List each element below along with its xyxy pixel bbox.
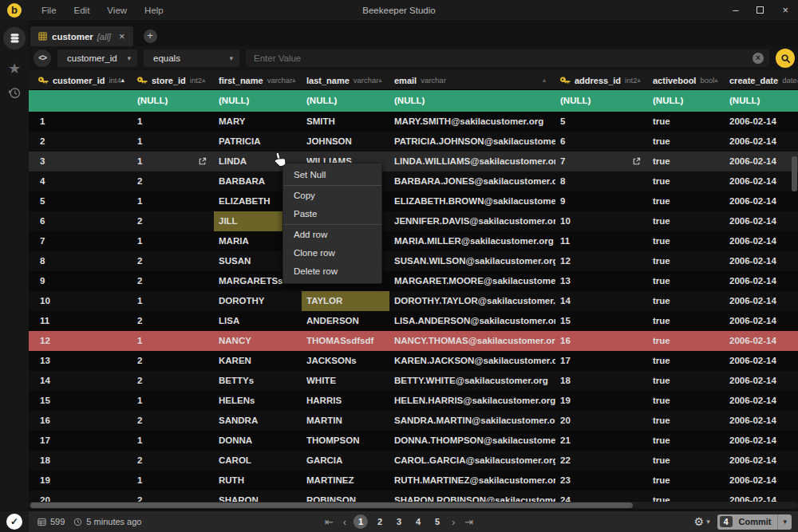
close-button[interactable]: ×	[782, 0, 788, 20]
cell[interactable]: 11	[29, 311, 132, 331]
cell[interactable]: 2006-02-14	[725, 171, 798, 191]
sort-arrow-icon[interactable]: ▴	[637, 71, 640, 90]
cell[interactable]: RUTH.MARTINEZ@sakilacustomer.org	[389, 471, 555, 491]
sort-arrow-icon[interactable]: ▴	[121, 71, 124, 90]
cell[interactable]: SMITH	[302, 112, 389, 132]
cell[interactable]: 7	[555, 152, 648, 171]
cell[interactable]: SANDRA	[214, 411, 302, 431]
cell[interactable]: 18	[555, 371, 648, 391]
cell[interactable]: 23	[555, 471, 648, 491]
cell[interactable]: true	[648, 112, 725, 132]
cell[interactable]: true	[648, 351, 725, 371]
cell[interactable]: 16	[29, 411, 132, 431]
sort-arrow-icon[interactable]: ▴	[379, 71, 382, 90]
table-row[interactable]: 112LISAANDERSONLISA.ANDERSON@sakilacusto…	[29, 311, 798, 331]
cell[interactable]: 2006-02-14	[725, 451, 798, 471]
cell[interactable]: 17	[29, 431, 132, 451]
insert-row-cell[interactable]: (NULL)	[555, 90, 648, 112]
cell[interactable]: 7	[29, 231, 132, 251]
page-button-4[interactable]: 4	[411, 514, 425, 529]
menu-file[interactable]: File	[33, 6, 65, 15]
table-row[interactable]: 191RUTHMARTINEZRUTH.MARTINEZ@sakilacusto…	[29, 471, 798, 491]
context-menu-item-add-row[interactable]: Add row	[283, 226, 381, 244]
context-menu-item-set-null[interactable]: Set Null	[283, 166, 381, 184]
cell[interactable]: 2006-02-14	[725, 271, 798, 291]
cell[interactable]: true	[648, 291, 725, 311]
cell[interactable]: CAROL	[214, 451, 302, 471]
cell[interactable]: true	[648, 451, 725, 471]
cell[interactable]: MARGARET.MOORE@sakilacustomer.org	[389, 271, 555, 291]
table-row[interactable]: 71MARIAMILLERMARIA.MILLER@sakilacustomer…	[29, 231, 798, 251]
apply-filter-button[interactable]	[776, 49, 795, 68]
cell[interactable]: 9	[555, 191, 648, 211]
cell[interactable]: true	[648, 231, 725, 251]
cell[interactable]: 2006-02-14	[725, 152, 798, 171]
commit-button[interactable]: 4 Commit ▾	[717, 514, 792, 530]
cell[interactable]: 2	[132, 271, 214, 291]
cell[interactable]: true	[648, 391, 725, 411]
cell[interactable]: 2006-02-14	[725, 132, 798, 152]
cell[interactable]: JOHNSON	[302, 132, 389, 152]
cell[interactable]: 2006-02-14	[725, 231, 798, 251]
cell[interactable]: 2006-02-14	[725, 411, 798, 431]
cell[interactable]: 14	[29, 371, 132, 391]
cell[interactable]: 2006-02-14	[725, 371, 798, 391]
cell[interactable]: 9	[29, 271, 132, 291]
pending-insert-row[interactable]: (NULL)(NULL)(NULL)(NULL)(NULL)(NULL)(NUL…	[29, 90, 798, 112]
table-row[interactable]: 101DOROTHYTAYLORDOROTHY.TAYLOR@sakilacus…	[29, 291, 798, 311]
cell[interactable]: LISA.ANDERSON@sakilacustomer.org	[389, 311, 555, 331]
cell[interactable]: 2006-02-14	[725, 431, 798, 451]
cell[interactable]: true	[648, 211, 725, 231]
context-menu-item-clone-row[interactable]: Clone row	[283, 244, 381, 262]
cell[interactable]: 3	[29, 152, 132, 171]
cell[interactable]: JENNIFER.DAVIS@sakilacustomer.org	[389, 211, 555, 231]
clear-input-icon[interactable]: ×	[753, 53, 764, 64]
cell[interactable]: MARTIN	[302, 411, 389, 431]
cell[interactable]: true	[648, 152, 725, 171]
cell[interactable]: 10	[29, 291, 132, 311]
sort-arrow-icon[interactable]: ▴	[543, 71, 546, 90]
cell[interactable]: 11	[555, 231, 648, 251]
cell[interactable]: true	[648, 271, 725, 291]
cell[interactable]: 8	[29, 251, 132, 271]
table-row[interactable]: 62JILLDAVISJENNIFER.DAVIS@sakilacustomer…	[29, 211, 798, 231]
cell[interactable]: true	[648, 331, 725, 351]
cell[interactable]: KAREN	[214, 351, 302, 371]
cell[interactable]: 1	[132, 132, 214, 152]
insert-row-cell[interactable]	[29, 90, 132, 112]
new-tab-button[interactable]: +	[144, 30, 157, 43]
cell[interactable]: ANDERSON	[302, 311, 389, 331]
column-header-address_id[interactable]: address_idint2▴	[555, 70, 648, 90]
table-row[interactable]: 11MARYSMITHMARY.SMITH@sakilacustomer.org…	[29, 112, 798, 132]
insert-row-cell[interactable]: (NULL)	[132, 90, 214, 112]
cell[interactable]: 8	[555, 171, 648, 191]
cell[interactable]: 1	[132, 112, 214, 132]
cell[interactable]: 2006-02-14	[725, 391, 798, 411]
cell[interactable]: NANCY.THOMAS@sakilacustomer.org	[389, 331, 555, 351]
cell[interactable]: 12	[555, 251, 648, 271]
cell[interactable]: 1	[29, 112, 132, 132]
menu-edit[interactable]: Edit	[65, 6, 99, 15]
cell[interactable]: 2006-02-14	[725, 351, 798, 371]
cell[interactable]: 10	[555, 211, 648, 231]
context-menu-item-paste[interactable]: Paste	[283, 205, 381, 223]
cell[interactable]: PATRICIA	[214, 132, 302, 152]
tab-close-icon[interactable]: ×	[119, 32, 125, 41]
cell[interactable]: 2	[132, 311, 214, 331]
cell[interactable]: TAYLOR	[302, 291, 389, 311]
filter-operator-select[interactable]: equals ▾	[144, 49, 239, 67]
connection-status-check-icon[interactable]: ✓	[6, 514, 22, 530]
column-header-store_id[interactable]: store_idint2▴	[132, 70, 214, 90]
filter-field-select[interactable]: customer_id ▾	[57, 49, 137, 67]
table-row[interactable]: 92MARGARETSsMOORESMARGARET.MOORE@sakilac…	[29, 271, 798, 291]
cell[interactable]: 1	[132, 231, 214, 251]
cell[interactable]: 19	[555, 391, 648, 411]
cell[interactable]: MARTINEZ	[302, 471, 389, 491]
cell[interactable]: MARY.SMITH@sakilacustomer.org	[389, 112, 555, 132]
cell[interactable]: 1	[132, 152, 214, 171]
previous-page-button[interactable]: ‹	[341, 516, 349, 528]
cell[interactable]: 1	[132, 331, 214, 351]
cell[interactable]: HARRIS	[302, 391, 389, 411]
maximize-button[interactable]	[757, 6, 764, 14]
page-button-2[interactable]: 2	[373, 514, 387, 529]
